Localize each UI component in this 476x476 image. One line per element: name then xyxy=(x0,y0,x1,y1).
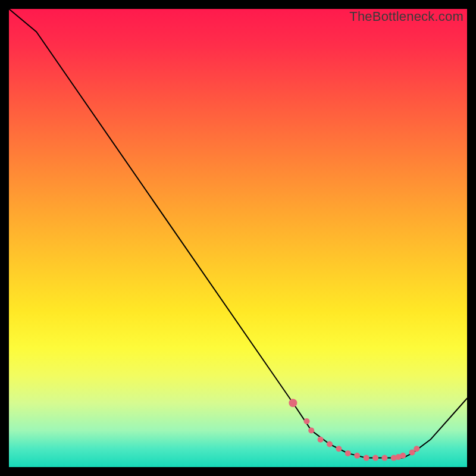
marker-dot xyxy=(372,455,378,461)
marker-dot xyxy=(345,450,351,456)
watermark-label: TheBottleneck.com xyxy=(349,9,464,24)
marker-dot xyxy=(304,418,310,424)
marker-dot xyxy=(336,446,342,452)
marker-dot xyxy=(318,437,324,443)
chart-frame: TheBottleneck.com xyxy=(0,0,476,476)
marker-dot xyxy=(400,453,406,459)
marker-dot xyxy=(327,441,333,447)
bottleneck-curve-line xyxy=(9,9,467,458)
marker-dot xyxy=(364,455,369,461)
marker-dot xyxy=(354,453,360,459)
marker-dot xyxy=(289,399,297,407)
marker-dot xyxy=(381,455,387,461)
marker-dot xyxy=(414,446,419,452)
optimal-range-markers xyxy=(289,399,419,461)
chart-plot-area: TheBottleneck.com xyxy=(9,9,467,467)
marker-dot xyxy=(308,427,314,433)
chart-svg xyxy=(9,9,467,467)
